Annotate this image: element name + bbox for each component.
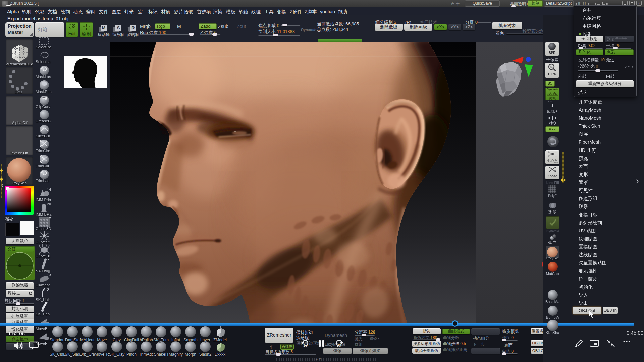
svg-text:x1: x1: [550, 66, 553, 68]
